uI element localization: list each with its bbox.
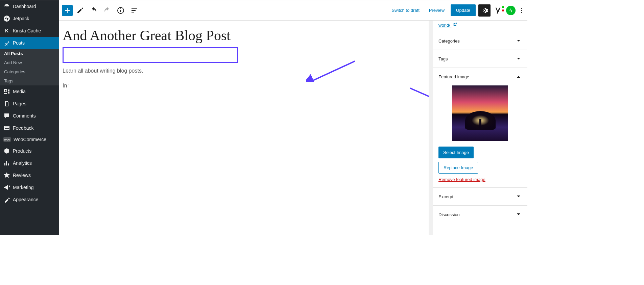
dashboard-icon	[3, 3, 10, 10]
sidebar-item-posts[interactable]: Posts	[0, 37, 59, 49]
media-icon	[3, 88, 10, 95]
kinsta-icon: K	[3, 27, 10, 34]
settings-button[interactable]	[478, 4, 491, 17]
sidebar-item-label: Media	[13, 89, 26, 94]
submenu-categories[interactable]: Categories	[0, 67, 59, 76]
chevron-down-icon	[515, 193, 522, 200]
sidebar-item-dashboard[interactable]: Dashboard	[0, 0, 59, 12]
jetpack-button[interactable]	[506, 6, 516, 15]
chevron-up-icon	[515, 73, 522, 80]
sidebar-item-label: Marketing	[13, 185, 33, 190]
sidebar-item-products[interactable]: Products	[0, 145, 59, 157]
sidebar-item-media[interactable]: Media	[0, 85, 59, 98]
list-icon	[130, 6, 138, 15]
editor-canvas[interactable]: And Another Great Blog Post Learn all ab…	[59, 21, 429, 235]
products-icon	[3, 148, 10, 154]
remove-featured-image-link[interactable]: Remove featured image	[438, 177, 485, 182]
panel-section-label: Categories	[438, 38, 460, 44]
megaphone-icon	[3, 184, 10, 191]
plus-icon	[63, 6, 71, 15]
sidebar-item-analytics[interactable]: Analytics	[0, 157, 59, 169]
outline-button[interactable]	[128, 4, 140, 17]
editor-main: Switch to draft Preview Update	[59, 0, 527, 235]
sidebar-item-label: Kinsta Cache	[13, 28, 41, 33]
panel-discussion-toggle[interactable]: Discussion	[433, 206, 527, 223]
edit-mode-button[interactable]	[74, 4, 86, 17]
panel-section-label: Discussion	[438, 212, 460, 217]
sidebar-item-jetpack[interactable]: Jetpack	[0, 12, 59, 25]
pages-icon	[3, 100, 10, 107]
permalink-link[interactable]: world/	[433, 21, 527, 32]
permalink-text: world/	[438, 23, 450, 28]
sidebar-item-pages[interactable]: Pages	[0, 98, 59, 110]
panel-categories-toggle[interactable]: Categories	[433, 32, 527, 50]
external-link-icon	[453, 22, 457, 27]
comments-icon	[3, 112, 10, 119]
submenu-tags[interactable]: Tags	[0, 76, 59, 85]
info-icon	[117, 6, 125, 15]
sidebar-item-label: Reviews	[13, 173, 31, 178]
sidebar-item-label: Comments	[13, 113, 36, 119]
redo-button[interactable]	[101, 4, 113, 17]
undo-button[interactable]	[88, 4, 100, 17]
analytics-icon	[3, 160, 10, 166]
update-button[interactable]: Update	[451, 4, 476, 16]
svg-point-0	[4, 16, 10, 22]
sidebar-item-kinsta[interactable]: K Kinsta Cache	[0, 25, 59, 37]
panel-featured-toggle[interactable]: Featured image	[433, 68, 527, 85]
undo-icon	[90, 6, 98, 15]
sidebar-item-feedback[interactable]: Feedback	[0, 122, 59, 134]
sidebar-item-label: Feedback	[13, 125, 33, 131]
info-button[interactable]	[115, 4, 127, 17]
yoast-icon	[495, 7, 502, 14]
sidebar-item-label: Appearance	[13, 197, 39, 202]
sidebar-item-marketing[interactable]: Marketing	[0, 181, 59, 193]
panel-section-label: Tags	[438, 56, 448, 61]
submenu-add-new[interactable]: Add New	[0, 58, 59, 67]
featured-image-thumbnail[interactable]	[452, 85, 508, 141]
sidebar-item-label: Products	[13, 148, 31, 154]
submenu-all-posts[interactable]: All Posts	[0, 49, 59, 58]
switch-to-draft-button[interactable]: Switch to draft	[388, 6, 423, 15]
gear-icon	[480, 6, 488, 15]
replace-image-button[interactable]: Replace Image	[438, 162, 478, 174]
more-menu-button[interactable]	[518, 5, 525, 16]
scrollbar[interactable]	[429, 21, 433, 235]
chevron-down-icon	[515, 211, 522, 218]
panel-excerpt-toggle[interactable]: Excerpt	[433, 188, 527, 205]
add-block-button[interactable]	[62, 5, 73, 16]
sidebar-item-appearance[interactable]: Appearance	[0, 193, 59, 206]
select-image-button[interactable]: Select Image	[438, 147, 474, 158]
chevron-down-icon	[515, 37, 522, 44]
sidebar-item-label: WooCommerce	[14, 137, 46, 142]
sidebar-item-label: Dashboard	[13, 4, 36, 9]
star-icon	[3, 172, 10, 179]
paragraph-block[interactable]: Learn all about writing blog posts.	[63, 67, 414, 75]
posts-submenu: All Posts Add New Categories Tags	[0, 49, 59, 85]
annotation-highlight-box	[63, 47, 238, 63]
post-title[interactable]: And Another Great Blog Post	[63, 21, 414, 47]
annotation-arrow-icon	[407, 85, 429, 135]
svg-line-3	[410, 88, 429, 130]
sidebar-item-label: Pages	[13, 101, 26, 106]
feedback-icon	[3, 125, 10, 131]
preview-button[interactable]: Preview	[426, 6, 448, 15]
jetpack-icon	[3, 15, 10, 22]
chevron-down-icon	[515, 55, 522, 62]
yoast-button[interactable]	[493, 5, 503, 16]
sidebar-item-reviews[interactable]: Reviews	[0, 169, 59, 181]
sidebar-item-label: Posts	[13, 40, 25, 46]
appearance-icon	[3, 196, 10, 203]
sidebar-item-comments[interactable]: Comments	[0, 110, 59, 122]
pin-icon	[3, 40, 10, 46]
panel-tags-toggle[interactable]: Tags	[433, 50, 527, 68]
panel-section-label: Excerpt	[438, 194, 453, 199]
panel-section-label: Featured image	[438, 74, 469, 79]
editor-topbar: Switch to draft Preview Update	[59, 0, 527, 21]
admin-sidebar: Dashboard Jetpack K Kinsta Cache Posts A…	[0, 0, 59, 235]
bolt-icon	[508, 8, 514, 13]
redo-icon	[103, 6, 111, 15]
sidebar-item-woocommerce[interactable]: woo WooCommerce	[0, 134, 59, 145]
woo-icon: woo	[3, 137, 11, 142]
editor-footer-strip	[69, 82, 407, 90]
